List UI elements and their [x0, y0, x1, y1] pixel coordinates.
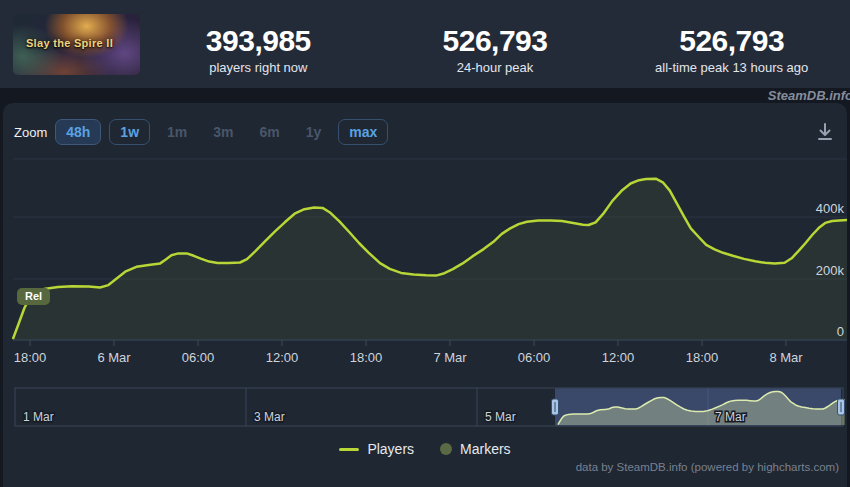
current-players-value: 393,985 — [140, 24, 377, 57]
zoom-button-1m: 1m — [158, 119, 196, 145]
x-tick: 12:00 — [266, 350, 299, 365]
release-marker-badge[interactable]: Rel — [17, 288, 50, 305]
x-tick: 6 Mar — [97, 350, 131, 365]
x-tick: 18:00 — [686, 350, 719, 365]
players-line-swatch — [339, 448, 359, 451]
legend-item-players[interactable]: Players — [339, 441, 414, 457]
stat-alltime-peak: 526,793 all-time peak 13 hours ago — [613, 14, 850, 75]
x-axis-ticks — [30, 340, 786, 346]
x-tick: 18:00 — [350, 350, 383, 365]
chart-legend: Players Markers — [3, 441, 847, 457]
legend-players-label: Players — [367, 441, 414, 457]
steamdb-chart-page: Slay the Spire II 393,985 players right … — [0, 0, 850, 487]
nav-date: 1 Mar — [23, 410, 54, 424]
chart-plot-area[interactable] — [13, 143, 847, 340]
chart-toolbar: Zoom 48h 1w 1m 3m 6m 1y max — [14, 118, 836, 146]
y-tick-0: 0 — [837, 324, 844, 339]
x-tick: 8 Mar — [769, 350, 803, 365]
nav-date: 7 Mar — [715, 410, 746, 424]
markers-dot-swatch — [440, 443, 452, 455]
current-players-label: players right now — [140, 60, 377, 75]
x-tick: 06:00 — [182, 350, 215, 365]
x-tick: 06:00 — [518, 350, 551, 365]
zoom-button-48h[interactable]: 48h — [55, 119, 101, 145]
x-tick: 7 Mar — [433, 350, 467, 365]
navigator-handle-right[interactable] — [838, 399, 845, 415]
chart-panel: 18:00 6 Mar 06:00 12:00 18:00 7 Mar 06:0… — [3, 103, 847, 487]
header: Slay the Spire II 393,985 players right … — [0, 0, 850, 88]
stats-row: 393,985 players right now 526,793 24-hou… — [140, 14, 850, 75]
x-axis-labels: 18:00 6 Mar 06:00 12:00 18:00 7 Mar 06:0… — [14, 350, 804, 365]
credits-text[interactable]: data by SteamDB.info (powered by highcha… — [576, 461, 839, 473]
zoom-label: Zoom — [14, 125, 47, 140]
game-title: Slay the Spire II — [13, 38, 126, 50]
stat-24h-peak: 526,793 24-hour peak — [377, 14, 614, 75]
download-icon — [814, 121, 836, 143]
y-tick-200k: 200k — [816, 263, 845, 278]
x-axis: 18:00 6 Mar 06:00 12:00 18:00 7 Mar 06:0… — [13, 340, 847, 365]
x-tick: 18:00 — [14, 350, 47, 365]
chart-svg: 18:00 6 Mar 06:00 12:00 18:00 7 Mar 06:0… — [3, 103, 847, 487]
download-button[interactable] — [814, 121, 836, 143]
peak-24h-value: 526,793 — [377, 24, 614, 57]
game-capsule[interactable]: Slay the Spire II — [13, 14, 140, 75]
alltime-peak-label: all-time peak 13 hours ago — [613, 60, 850, 75]
zoom-button-6m: 6m — [251, 119, 289, 145]
navigator-handle-left[interactable] — [552, 399, 559, 415]
zoom-button-1w[interactable]: 1w — [109, 119, 150, 145]
peak-24h-label: 24-hour peak — [377, 60, 614, 75]
nav-date: 5 Mar — [485, 410, 516, 424]
x-tick: 12:00 — [602, 350, 635, 365]
nav-date: 3 Mar — [254, 410, 285, 424]
zoom-button-3m: 3m — [204, 119, 242, 145]
y-tick-400k: 400k — [816, 201, 845, 216]
stat-current-players: 393,985 players right now — [140, 14, 377, 75]
zoom-button-1y: 1y — [297, 119, 331, 145]
legend-markers-label: Markers — [460, 441, 511, 457]
steamdb-watermark: SteamDB.info — [768, 88, 850, 104]
legend-item-markers[interactable]: Markers — [440, 441, 511, 457]
zoom-button-max[interactable]: max — [338, 119, 388, 145]
alltime-peak-value: 526,793 — [613, 24, 850, 57]
navigator: 1 Mar 3 Mar 5 Mar 7 Mar — [15, 388, 845, 426]
